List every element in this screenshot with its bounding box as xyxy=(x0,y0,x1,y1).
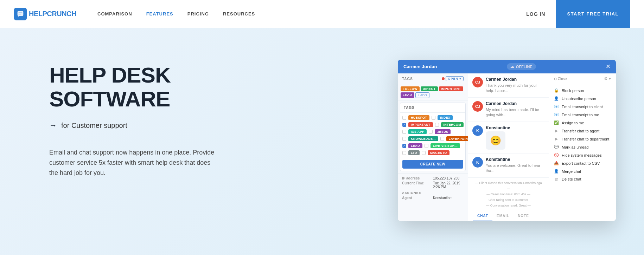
convo-name-4: Konstantine xyxy=(486,157,544,162)
unsubscribe-icon: 👤 xyxy=(554,96,559,101)
convo-preview-4: You are welcome. Great to hear tha... xyxy=(486,163,544,174)
menu-email-transcript-client[interactable]: 📧 Email transcript to client xyxy=(549,103,616,111)
magento-tag: MAGENTO xyxy=(428,150,449,155)
hubspot-tag: HUBSPOT xyxy=(408,115,429,120)
sys-msg-4: — Conversation rated: Great — xyxy=(473,203,544,208)
gear-icon[interactable]: ⚙ ▾ xyxy=(604,76,611,81)
index-tag: INDEX xyxy=(438,115,453,120)
open-badge: OPEN ▾ xyxy=(446,76,464,81)
dash-body: TAGS OPEN ▾ FOLLOW DIRECT IMPORTANT LEAD xyxy=(398,73,616,221)
intercom-tag: INTERCOM xyxy=(441,122,464,127)
livevisitor-checkbox[interactable] xyxy=(425,144,428,148)
add-tag-button[interactable]: + ADD xyxy=(415,92,429,98)
dash-info: IP address 105.228.137.230 Current Time … xyxy=(398,173,468,204)
logo[interactable]: HELPCRUNCH xyxy=(14,8,76,20)
convo-item-4[interactable]: K Konstantine You are welcome. Great to … xyxy=(468,153,549,178)
menu-mark-unread-label: Mark as unread xyxy=(562,145,588,149)
assignee-header: ASSIGNEE xyxy=(402,191,464,195)
avatar-k2: K xyxy=(472,157,483,168)
index-checkbox[interactable] xyxy=(432,116,435,120)
livevisitor-tag: LIVE VISITOR... xyxy=(431,143,460,148)
menu-hide-system[interactable]: 🚫 Hide system messages xyxy=(549,151,616,159)
menu-assign-me[interactable]: ✅ Assign to me xyxy=(549,119,616,127)
nav-comparison[interactable]: COMPARISON xyxy=(97,11,132,17)
menu-mark-unread[interactable]: 💬 Mark as unread xyxy=(549,143,616,151)
logo-icon xyxy=(14,8,27,20)
export-icon: 📤 xyxy=(554,161,559,165)
tag-row: IOS APP JESUS xyxy=(402,128,463,135)
important-tag: IMPORTANT xyxy=(408,122,433,127)
tags-dropdown: TAGS HUBSPOT INDEX ✓ IMPORTANT xyxy=(400,103,466,171)
avatar-cj1: CJ xyxy=(472,77,483,87)
lead-checkbox[interactable]: ✓ xyxy=(402,144,406,148)
convo-item-2[interactable]: CJ Carmen Jordan My mind has been made. … xyxy=(468,98,549,122)
nav-pricing[interactable]: PRICING xyxy=(187,11,209,17)
knowledge-checkbox[interactable] xyxy=(402,137,406,141)
dash-middle-panel: CJ Carmen Jordan Thank you very much for… xyxy=(468,73,549,221)
important-checkbox[interactable]: ✓ xyxy=(402,123,406,127)
menu-transfer-agent-label: Transfer chat to agent xyxy=(562,129,599,133)
sys-msg-1: — Client closed this conversation 4 mont… xyxy=(473,180,544,191)
menu-unsubscribe-label: Unsubscribe person xyxy=(562,97,596,101)
menu-transfer-dept[interactable]: ▶ Transfer chat to department xyxy=(549,135,616,143)
hubspot-checkbox[interactable] xyxy=(402,116,406,120)
context-menu: 🔒 Block person 👤 Unsubscribe person 📧 Em… xyxy=(549,84,616,221)
tags-header: TAGS OPEN ▾ xyxy=(398,73,468,84)
menu-export-csv[interactable]: 📤 Export contact to CSV xyxy=(549,159,616,167)
unread-icon: 💬 xyxy=(554,145,559,149)
login-link[interactable]: LOG IN xyxy=(526,11,545,17)
hero-subtitle: → for Customer support xyxy=(49,121,232,130)
menu-transfer-agent[interactable]: ▶ Transfer chat to agent xyxy=(549,127,616,135)
email-me-icon: 📧 xyxy=(554,112,559,117)
intercom-checkbox[interactable] xyxy=(435,123,439,127)
convo-item-1[interactable]: CJ Carmen Jordan Thank you very much for… xyxy=(468,73,549,98)
menu-block-label: Block person xyxy=(562,89,584,93)
convo-name-3: Konstantine xyxy=(486,125,544,130)
layerpoint-tag: LAYERPOINT... xyxy=(446,136,468,141)
svg-rect-0 xyxy=(18,11,24,15)
convo-name-1: Carmen Jordan xyxy=(486,77,544,82)
tag-pills: FOLLOW DIRECT IMPORTANT LEAD + ADD xyxy=(398,84,468,100)
dash-left-panel: TAGS OPEN ▾ FOLLOW DIRECT IMPORTANT LEAD xyxy=(398,73,468,221)
tab-note[interactable]: NOTE xyxy=(514,211,533,221)
system-messages: — Client closed this conversation 4 mont… xyxy=(468,178,549,211)
tab-chat[interactable]: CHAT xyxy=(473,211,492,221)
menu-merge-chat[interactable]: 👤 Merge chat xyxy=(549,167,616,175)
hero-subtitle-text: for Customer support xyxy=(61,122,127,130)
menu-email-transcript-me[interactable]: 📧 Email transcript to me xyxy=(549,111,616,119)
menu-hide-system-label: Hide system messages xyxy=(562,153,602,157)
nav-links: COMPARISON FEATURES PRICING RESOURCES xyxy=(97,11,526,17)
agent-value: Konstantine xyxy=(433,196,452,200)
convo-item-3[interactable]: K Konstantine 😊 xyxy=(468,122,549,153)
convo-name-2: Carmen Jordan xyxy=(486,101,544,106)
iosapp-checkbox[interactable] xyxy=(402,130,406,134)
nav-features[interactable]: FEATURES xyxy=(146,11,173,17)
layerpoint-checkbox[interactable] xyxy=(440,137,444,141)
menu-unsubscribe[interactable]: 👤 Unsubscribe person xyxy=(549,94,616,103)
jesus-checkbox[interactable] xyxy=(429,130,433,134)
tag-row: ✓ IMPORTANT INTERCOM xyxy=(402,121,463,128)
knowledge-tag: KNOWLEDGE... xyxy=(408,136,438,141)
magento-checkbox[interactable] xyxy=(422,151,426,155)
menu-delete-chat[interactable]: 🗑 Delete chat xyxy=(549,175,616,183)
convo-emoji-preview: 😊 xyxy=(486,131,544,150)
nav-right: LOG IN START FREE TRIAL xyxy=(526,0,630,28)
transfer-agent-icon: ▶ xyxy=(554,129,559,133)
convo-preview-1: Thank you very much for your help. I app… xyxy=(486,83,544,94)
hero-title: HELP DESK SOFTWARE xyxy=(49,63,232,111)
jesus-tag: JESUS xyxy=(435,129,451,134)
ltd-checkbox[interactable] xyxy=(402,151,406,155)
close-icon[interactable]: ✕ xyxy=(606,63,610,70)
emoji-bubble: 😊 xyxy=(486,131,505,150)
context-close[interactable]: ⊙ Close xyxy=(554,77,567,81)
transfer-dept-icon: ▶ xyxy=(554,137,559,141)
trial-button[interactable]: START FREE TRIAL xyxy=(556,0,630,28)
menu-export-label: Export contact to CSV xyxy=(562,161,600,165)
menu-transfer-dept-label: Transfer chat to department xyxy=(562,137,609,141)
create-new-button[interactable]: CREATE NEW xyxy=(402,160,463,169)
tags-panel-header: TAGS xyxy=(400,103,465,113)
iosapp-tag: IOS APP xyxy=(408,129,427,134)
tab-email[interactable]: EMAIL xyxy=(492,211,514,221)
nav-resources[interactable]: RESOURCES xyxy=(223,11,255,17)
menu-block-person[interactable]: 🔒 Block person xyxy=(549,86,616,94)
